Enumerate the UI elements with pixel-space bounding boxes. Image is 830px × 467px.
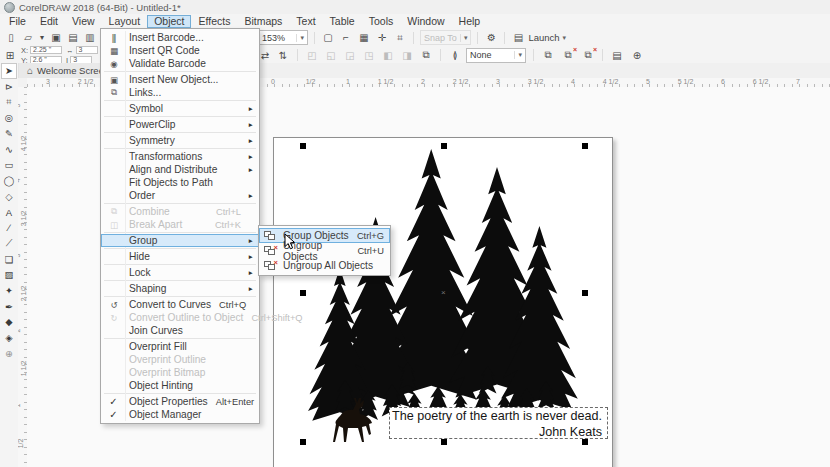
zoom-tool[interactable]: ◎: [1, 110, 17, 126]
object-menu-item-overprint-outline[interactable]: Overprint Outline: [101, 353, 259, 366]
object-menu-item-join-curves[interactable]: Join Curves: [101, 324, 259, 337]
object-menu-item-object-manager[interactable]: ✓Object Manager: [101, 408, 259, 421]
deer-artwork[interactable]: [326, 396, 380, 444]
selection-handle-bottom-left[interactable]: [300, 439, 306, 445]
mirror-horizontal-button[interactable]: ⇄: [258, 48, 272, 62]
object-menu-item-overprint-bitmap[interactable]: Overprint Bitmap: [101, 366, 259, 379]
x-position-field[interactable]: 2.25 ": [30, 46, 62, 55]
menubar-item-bitmaps[interactable]: Bitmaps: [237, 15, 289, 28]
object-menu-item-convert-to-curves[interactable]: ↺Convert to CurvesCtrl+Q: [101, 298, 259, 311]
menubar-item-window[interactable]: Window: [400, 15, 451, 28]
submenu-item-ungroup-objects[interactable]: ×Ungroup ObjectsCtrl+U: [259, 243, 390, 258]
menubar-item-edit[interactable]: Edit: [33, 15, 65, 28]
freehand-tool[interactable]: ✎: [1, 126, 17, 142]
menubar-item-layout[interactable]: Layout: [102, 15, 148, 28]
menubar-item-view[interactable]: View: [65, 15, 102, 28]
connector-tool[interactable]: ⟋: [1, 236, 17, 252]
object-menu-item-object-properties[interactable]: ✓Object PropertiesAlt+Enter: [101, 395, 259, 408]
object-menu-item-validate-barcode[interactable]: ◉Validate Barcode: [101, 57, 259, 70]
show-rulers-button[interactable]: ⌐: [339, 31, 353, 45]
outline-pen-tool[interactable]: ✒: [1, 298, 17, 314]
object-menu-item-transformations[interactable]: Transformations►: [101, 150, 259, 163]
object-width-field[interactable]: 3: [76, 46, 98, 55]
selection-handle-top-left[interactable]: [300, 143, 306, 149]
options-gear-icon[interactable]: ⚙: [484, 31, 498, 45]
text-tool[interactable]: A: [1, 204, 17, 220]
simplify-button[interactable]: ◳: [362, 48, 376, 62]
show-guidelines-button[interactable]: ✛: [375, 31, 389, 45]
front-minus-back-button[interactable]: ◧: [381, 48, 395, 62]
group-objects-button[interactable]: ⧉: [541, 48, 555, 62]
ungroup-objects-button[interactable]: ⧉×: [561, 48, 575, 62]
drop-shadow-tool[interactable]: ❏: [1, 251, 17, 267]
interactive-fill-tool[interactable]: ◈: [1, 330, 17, 346]
save-button[interactable]: ▣: [49, 31, 63, 45]
quick-customize-button[interactable]: ⊕: [630, 48, 644, 62]
weld-button[interactable]: ◰: [305, 48, 319, 62]
paste-button[interactable]: ▥: [83, 31, 97, 45]
trim-button[interactable]: ◱: [324, 48, 338, 62]
full-screen-preview-button[interactable]: ▢: [321, 31, 335, 45]
shape-tool[interactable]: ⊳: [1, 79, 17, 95]
selection-handle-bottom-right[interactable]: [582, 439, 588, 445]
object-menu-item-align-and-distribute[interactable]: Align and Distribute►: [101, 163, 259, 176]
object-menu-item-group[interactable]: Group►: [101, 234, 259, 247]
snap-settings-button[interactable]: ⌗: [393, 31, 407, 45]
fill-tool[interactable]: ◆: [1, 314, 17, 330]
menubar-item-help[interactable]: Help: [452, 15, 488, 28]
menubar-item-tools[interactable]: Tools: [362, 15, 401, 28]
more-tools-button[interactable]: ⊕: [1, 345, 17, 361]
launch-button[interactable]: ▤ Launch ▾: [511, 31, 566, 45]
back-minus-front-button[interactable]: ◨: [400, 48, 414, 62]
object-menu-item-hide[interactable]: Hide►: [101, 250, 259, 263]
selection-handle-middle-left[interactable]: [300, 290, 306, 296]
object-menu-item-lock[interactable]: Lock►: [101, 266, 259, 279]
object-menu-item-symmetry[interactable]: Symmetry►: [101, 134, 259, 147]
object-menu-item-insert-qr-code[interactable]: ▦Insert QR Code: [101, 44, 259, 57]
mirror-vertical-button[interactable]: ⇅: [276, 48, 290, 62]
crop-tool[interactable]: ⌗: [1, 94, 17, 110]
object-menu-item-break-apart[interactable]: ◫Break ApartCtrl+K: [101, 218, 259, 231]
transparency-tool[interactable]: ▨: [1, 267, 17, 283]
object-menu-item-symbol[interactable]: Symbol►: [101, 102, 259, 115]
object-properties-toolbar-button[interactable]: ▤: [610, 48, 624, 62]
rectangle-tool[interactable]: ▭: [1, 157, 17, 173]
object-menu-item-shaping[interactable]: Shaping►: [101, 282, 259, 295]
dimension-tool[interactable]: ∕: [1, 220, 17, 236]
menubar-item-file[interactable]: File: [2, 15, 33, 28]
menubar-item-text[interactable]: Text: [289, 15, 322, 28]
object-menu-item-overprint-fill[interactable]: Overprint Fill: [101, 340, 259, 353]
object-menu-item-powerclip[interactable]: PowerClip►: [101, 118, 259, 131]
object-menu-item-object-hinting[interactable]: Object Hinting: [101, 379, 259, 392]
pick-tool[interactable]: ➤: [1, 63, 17, 79]
object-menu-item-insert-new-object[interactable]: ▣Insert New Object...: [101, 73, 259, 86]
ungroup-all-objects-button[interactable]: ⧉×: [581, 48, 595, 62]
selection-handle-top-center[interactable]: [441, 143, 447, 149]
menubar-item-effects[interactable]: Effects: [191, 15, 237, 28]
new-document-button[interactable]: ▯: [4, 31, 18, 45]
object-menu-item-combine[interactable]: ⧉CombineCtrl+L: [101, 205, 259, 218]
menubar-item-table[interactable]: Table: [323, 15, 362, 28]
selection-handle-top-right[interactable]: [582, 143, 588, 149]
polygon-tool[interactable]: ◇: [1, 189, 17, 205]
object-menu-item-insert-barcode[interactable]: |||Insert Barcode...: [101, 31, 259, 44]
snap-to-combo[interactable]: Snap To ▾: [420, 30, 471, 45]
object-menu-item-convert-outline-to-object[interactable]: ↻Convert Outline to ObjectCtrl+Shift+Q: [101, 311, 259, 324]
zoom-level-combo[interactable]: 153% ▾: [258, 30, 308, 45]
open-document-button[interactable]: ▱: [21, 31, 35, 45]
print-button[interactable]: ▤: [66, 31, 80, 45]
selection-handle-bottom-center[interactable]: [441, 439, 447, 445]
eyedropper-tool[interactable]: ✦: [1, 283, 17, 299]
create-boundary-button[interactable]: ⧉: [419, 48, 433, 62]
object-menu-item-fit-objects-to-path[interactable]: Fit Objects to Path: [101, 176, 259, 189]
outline-width-combo[interactable]: None ▾: [466, 48, 526, 63]
menubar-item-object[interactable]: Object: [147, 15, 191, 28]
object-menu-item-links[interactable]: ⧉Links...: [101, 86, 259, 99]
quote-text-object[interactable]: The poetry of the earth is never dead. J…: [389, 407, 608, 439]
submenu-item-ungroup-all-objects[interactable]: ×Ungroup All Objects: [259, 258, 390, 273]
open-dropdown[interactable]: ▾: [38, 31, 46, 45]
show-grid-button[interactable]: ▦: [357, 31, 371, 45]
object-menu-item-order[interactable]: Order►: [101, 189, 259, 202]
ellipse-tool[interactable]: ◯: [1, 173, 17, 189]
bezier-tool[interactable]: ∿: [1, 141, 17, 157]
